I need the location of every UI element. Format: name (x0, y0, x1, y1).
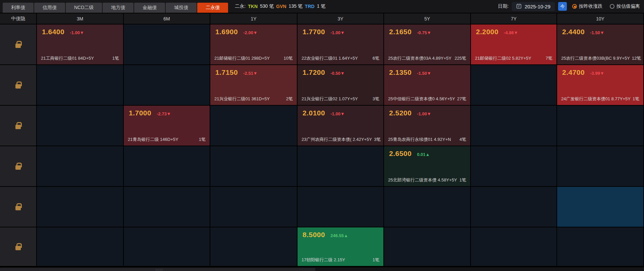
row-lock-cell-3 (0, 106, 37, 146)
cell-5y-row4[interactable]: 2.65000.01▲25北部湾银行二级资本债 4.58Y+5Y1笔 (384, 146, 471, 187)
scrollbar-handle[interactable]: :::: (0, 268, 315, 271)
yield-change-down: -2.73▼ (157, 111, 171, 116)
lock-icon[interactable] (15, 44, 21, 48)
lock-icon[interactable] (15, 246, 21, 250)
radio-option-1[interactable]: 按估值偏离 (610, 3, 640, 9)
header-3y: 3Y (298, 13, 384, 24)
tab-ncd[interactable]: NCD二级 (66, 3, 102, 13)
bond-yield-value: 1.6900 (215, 28, 238, 36)
cell-7y-row6[interactable] (471, 227, 557, 267)
trade-count: 1笔 (633, 96, 639, 102)
cell-5y-row2[interactable]: 2.1350-1.50▼25中信银行二级资本债0 4.56Y+5Y27笔 (384, 65, 471, 106)
cell-3y-row6[interactable]: 8.5000246.55▲17朝阳银行二级 2.15Y1笔 (298, 227, 384, 267)
stats-prefix: 二永: (235, 3, 246, 9)
header-5y: 5Y (384, 13, 471, 24)
cell-3m-row5[interactable] (37, 187, 124, 227)
cell-6m-row3[interactable]: 1.7000-2.73▼21青岛银行二级 146D+5Y1笔 (124, 106, 210, 146)
stat-count-tkn: 530 笔 (260, 3, 274, 9)
bond-name: 23广州农商行二级资本债( 2.42Y+5Y (302, 137, 372, 143)
bond-name: 21工商银行二级01 84D+5Y (41, 55, 94, 61)
bond-yield-value: 2.4400 (562, 28, 585, 36)
cell-1y-row4[interactable] (210, 146, 298, 187)
cell-10y-row1[interactable]: 2.4400-1.50▼25农行二级资本债03B(BC 9.9Y+5Y12笔 (557, 24, 644, 65)
cell-3y-row2[interactable]: 1.7200-0.50▼21兴业银行二级02 1.07Y+5Y3笔 (298, 65, 384, 106)
cell-5y-row1[interactable]: 2.1650-0.75▼25农行二级资本债03A 4.89Y+5Y225笔 (384, 24, 471, 65)
cell-3m-row4[interactable] (37, 146, 124, 187)
horizontal-scrollbar[interactable]: :::: (0, 267, 644, 271)
cell-7y-row2[interactable] (471, 65, 557, 106)
cell-5y-row6[interactable] (384, 227, 471, 267)
header-3m: 3M (37, 13, 124, 24)
today-button[interactable]: 今 (558, 2, 567, 11)
cell-1y-row6[interactable] (210, 227, 298, 267)
cell-6m-row4[interactable] (124, 146, 210, 187)
lock-icon[interactable] (15, 84, 21, 89)
bond-yield-value: 2.1350 (389, 68, 412, 76)
trade-count: 1笔 (373, 257, 379, 263)
cell-7y-row5[interactable] (471, 187, 557, 227)
yield-change-down: -2.51▼ (243, 71, 258, 76)
cell-6m-row6[interactable] (124, 227, 210, 267)
header-10y: 10Y (557, 13, 644, 24)
cell-7y-row4[interactable] (471, 146, 557, 187)
yield-change-down: -0.75▼ (417, 30, 431, 35)
header-7y: 7Y (471, 13, 557, 24)
lock-icon[interactable] (15, 165, 21, 170)
date-value[interactable]: 2025-10-29 (525, 4, 550, 9)
calendar-icon (516, 3, 522, 10)
cell-1y-row1[interactable]: 1.6900-2.00▼21邮储银行二级01 298D+5Y10笔 (210, 24, 298, 65)
bond-yield-value: 2.4700 (562, 68, 585, 76)
trade-count: 4笔 (460, 137, 466, 143)
cell-5y-row3[interactable]: 2.5200-1.00▼25青岛农商行永续债01 4.92Y+N4笔 (384, 106, 471, 146)
row-lock-cell-5 (0, 187, 37, 227)
tab-rates[interactable]: 利率债 (3, 3, 34, 13)
cell-10y-row2[interactable]: 2.4700-3.99▼24广发银行二级资本债01 8.77Y+5Y1笔 (557, 65, 644, 106)
date-input[interactable]: 2025-10-29 (512, 2, 555, 11)
stat-label-tkn: TKN (248, 4, 258, 9)
cell-10y-row6[interactable] (557, 227, 644, 267)
cell-6m-row2[interactable] (124, 65, 210, 106)
tab-credit[interactable]: 信用债 (34, 3, 65, 13)
cell-7y-row1[interactable]: 2.2000-4.86▼21邮储银行二级02 5.82Y+5Y7笔 (471, 24, 557, 65)
header-1y: 1Y (210, 13, 298, 24)
lock-icon[interactable] (15, 125, 21, 129)
cell-3y-row4[interactable] (298, 146, 384, 187)
bond-name: 25中信银行二级资本债0 4.56Y+5Y (388, 96, 455, 102)
tab-urban[interactable]: 城投债 (166, 3, 197, 13)
yield-change-down: -1.00▼ (70, 30, 84, 35)
cell-3m-row1[interactable]: 1.6400-1.00▼21工商银行二级01 84D+5Y1笔 (37, 24, 124, 65)
cell-3m-row2[interactable] (37, 65, 124, 106)
stat-count-gvn: 135 笔 (289, 3, 303, 9)
cell-6m-row1[interactable] (124, 24, 210, 65)
top-bar: 利率债信用债NCD二级地方债金融债城投债二永债 二永: TKN530 笔GVN1… (0, 0, 644, 13)
trade-stats: 二永: TKN530 笔GVN135 笔TRD1 笔 (235, 3, 325, 9)
tab-local-gov[interactable]: 地方债 (103, 3, 133, 13)
radio-unselected-icon[interactable] (610, 4, 614, 9)
lock-icon[interactable] (15, 206, 21, 210)
cell-6m-row5[interactable] (124, 187, 210, 227)
cell-3y-row5[interactable] (298, 187, 384, 227)
bond-yield-value: 1.7700 (303, 28, 325, 36)
row-lock-cell-1 (0, 24, 37, 65)
trade-count: 3笔 (374, 137, 381, 143)
cell-5y-row5[interactable] (384, 187, 471, 227)
market-tabs: 利率债信用债NCD二级地方债金融债城投债二永债 (3, 3, 228, 13)
tab-er-yong-selected[interactable]: 二永债 (197, 3, 228, 13)
cell-10y-row3[interactable] (557, 106, 644, 146)
cell-3m-row6[interactable] (37, 227, 124, 267)
cell-3y-row3[interactable]: 2.0100-1.00▼23广州农商行二级资本债( 2.42Y+5Y3笔 (298, 106, 384, 146)
bond-yield-value: 2.2000 (476, 28, 498, 36)
cell-3y-row1[interactable]: 1.7700-1.00▼22农业银行二级01 1.64Y+5Y6笔 (298, 24, 384, 65)
cell-1y-row2[interactable]: 1.7150-2.51▼21兴业银行二级01 361D+5Y2笔 (210, 65, 298, 106)
cell-10y-row4[interactable] (557, 146, 644, 187)
cell-10y-row5[interactable] (557, 187, 644, 227)
trade-count: 10笔 (284, 55, 293, 61)
tab-financial[interactable]: 金融债 (134, 3, 165, 13)
cell-7y-row3[interactable] (471, 106, 557, 146)
trade-count: 7笔 (546, 55, 552, 61)
radio-selected-icon[interactable] (572, 4, 577, 9)
cell-1y-row3[interactable] (210, 106, 298, 146)
cell-1y-row5[interactable] (210, 187, 298, 227)
radio-option-0[interactable]: 按昨收涨跌 (572, 3, 602, 9)
cell-3m-row3[interactable] (37, 106, 124, 146)
